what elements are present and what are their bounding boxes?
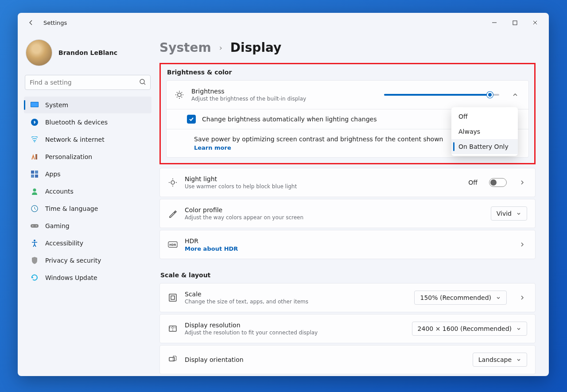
user-name: Brandon LeBlanc (58, 49, 117, 56)
orientation-row: Display orientation Landscape (160, 345, 535, 374)
sidebar-item-bluetooth[interactable]: Bluetooth & devices (24, 114, 151, 131)
brightness-title: Brightness (191, 88, 377, 95)
dropdown-option-always[interactable]: Always (451, 124, 518, 139)
sidebar-item-label: Accessibility (45, 240, 83, 247)
night-light-icon (168, 178, 178, 187)
svg-rect-15 (31, 224, 39, 228)
chevron-down-icon (516, 357, 521, 362)
hdr-row[interactable]: HDR HDR More about HDR (160, 230, 535, 259)
network-icon (30, 135, 39, 144)
night-light-toggle[interactable] (489, 178, 507, 187)
svg-rect-9 (31, 171, 34, 174)
svg-point-13 (33, 189, 36, 192)
section-title-brightness: Brightness & color (167, 69, 534, 76)
scale-dropdown[interactable]: 150% (Recommended) (414, 291, 507, 305)
shield-icon (30, 256, 39, 265)
sidebar-item-label: Apps (45, 171, 61, 178)
app-title: Settings (43, 19, 67, 26)
sidebar-item-label: Bluetooth & devices (45, 119, 108, 126)
apps-icon (30, 170, 39, 179)
svg-text:HDR: HDR (169, 243, 176, 247)
svg-point-17 (36, 225, 37, 226)
svg-rect-36 (171, 296, 175, 299)
svg-point-2 (140, 79, 144, 84)
resolution-dropdown[interactable]: 2400 × 1600 (Recommended) (412, 322, 527, 336)
svg-line-26 (177, 97, 178, 98)
svg-line-3 (144, 83, 145, 85)
svg-point-28 (171, 181, 175, 184)
sidebar-item-label: Time & language (45, 205, 98, 212)
auto-brightness-label: Change brightness automatically when lig… (202, 116, 377, 123)
svg-point-7 (34, 141, 35, 142)
chevron-down-icon (516, 211, 521, 216)
avatar (26, 39, 52, 66)
sidebar-item-network[interactable]: Network & internet (24, 131, 151, 148)
orientation-icon (168, 355, 178, 365)
brightness-slider[interactable] (384, 94, 499, 96)
scale-row[interactable]: Scale Change the size of text, apps, and… (160, 283, 535, 312)
chevron-right-icon (517, 240, 527, 249)
resolution-value: 2400 × 1600 (Recommended) (418, 325, 512, 332)
maximize-icon (513, 20, 517, 25)
chevron-right-icon (517, 293, 527, 303)
minimize-button[interactable] (484, 16, 505, 30)
orientation-value: Landscape (478, 356, 512, 363)
sidebar-item-label: Gaming (45, 222, 70, 229)
color-profile-dropdown[interactable]: Vivid (491, 206, 527, 221)
color-profile-value: Vivid (497, 210, 512, 217)
color-profile-icon (168, 209, 178, 218)
search-icon (139, 78, 146, 87)
auto-brightness-checkbox[interactable] (187, 115, 196, 124)
hdr-link[interactable]: More about HDR (185, 245, 507, 252)
gaming-icon (30, 221, 39, 230)
dropdown-option-battery[interactable]: On Battery Only (451, 139, 518, 154)
sidebar-item-system[interactable]: System (24, 97, 151, 113)
sidebar-item-privacy[interactable]: Privacy & security (24, 252, 151, 269)
sidebar-item-accounts[interactable]: Accounts (24, 183, 151, 200)
sidebar-item-label: Accounts (45, 188, 74, 195)
sidebar-item-label: Privacy & security (45, 257, 101, 264)
maximize-button[interactable] (505, 16, 525, 30)
scale-sub: Change the size of text, apps, and other… (185, 299, 407, 305)
dropdown-option-off[interactable]: Off (451, 109, 518, 124)
hdr-icon: HDR (168, 240, 178, 249)
breadcrumb-parent[interactable]: System (159, 40, 211, 55)
chevron-right-icon: › (219, 43, 222, 52)
sidebar-item-accessibility[interactable]: Accessibility (24, 235, 151, 252)
accessibility-icon (30, 239, 39, 248)
color-profile-sub: Adjust the way colors appear on your scr… (185, 214, 484, 221)
scale-value: 150% (Recommended) (420, 294, 491, 301)
accounts-icon (30, 187, 39, 196)
hdr-title: HDR (185, 237, 507, 245)
scale-icon (168, 293, 178, 303)
chevron-right-icon (517, 178, 527, 187)
orientation-title: Display orientation (185, 356, 466, 363)
chevron-down-icon (496, 295, 501, 300)
chevron-down-icon (516, 326, 521, 331)
personalization-icon (30, 152, 39, 161)
user-block[interactable]: Brandon LeBlanc (22, 36, 153, 73)
bluetooth-icon (30, 118, 39, 127)
sidebar-item-personalization[interactable]: Personalization (24, 148, 151, 165)
orientation-dropdown[interactable]: Landscape (473, 353, 527, 367)
expand-button[interactable] (510, 89, 520, 100)
sidebar-item-windows-update[interactable]: Windows Update (24, 269, 151, 286)
highlighted-section: Brightness & color Brightness Adjust the… (159, 63, 536, 164)
night-light-sub: Use warmer colors to help block blue lig… (185, 183, 461, 190)
night-light-row[interactable]: Night light Use warmer colors to help bl… (160, 168, 535, 197)
back-button[interactable] (25, 16, 37, 29)
section-title-scale: Scale & layout (160, 272, 536, 279)
brightness-mode-dropdown: Off Always On Battery Only (451, 107, 518, 156)
svg-point-19 (178, 93, 181, 97)
svg-rect-11 (31, 175, 34, 178)
sidebar-item-label: Network & internet (45, 136, 105, 143)
search-input[interactable] (25, 75, 151, 90)
sidebar-item-apps[interactable]: Apps (24, 166, 151, 182)
sidebar-item-time-language[interactable]: Time & language (24, 200, 151, 217)
close-button[interactable] (525, 16, 545, 30)
windows-update-icon (30, 273, 39, 282)
sidebar-item-gaming[interactable]: Gaming (24, 217, 151, 234)
breadcrumb: System › Display (159, 40, 536, 55)
night-light-title: Night light (185, 175, 461, 182)
sidebar: Brandon LeBlanc System Bluetooth & devic… (18, 32, 155, 376)
